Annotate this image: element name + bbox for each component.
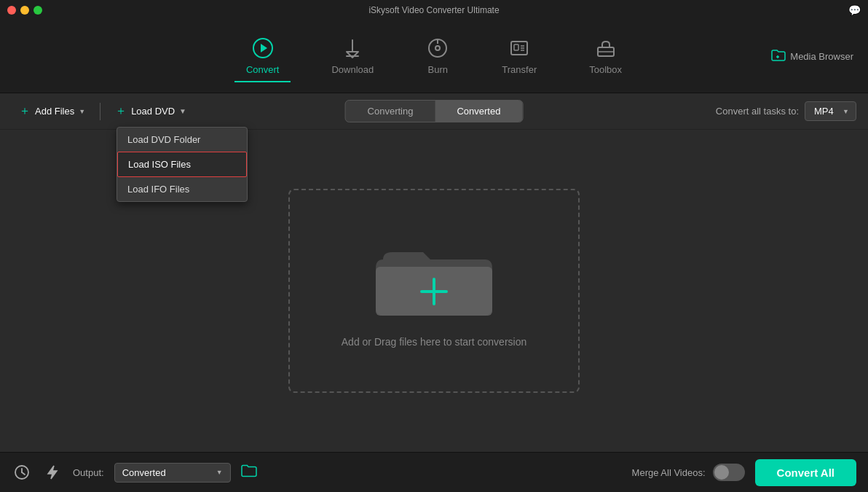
merge-label: Merge All Videos: xyxy=(632,467,706,478)
load-dvd-button[interactable]: ＋ Load DVD ▼ xyxy=(108,99,194,123)
close-button[interactable] xyxy=(7,6,16,15)
svg-marker-20 xyxy=(48,466,57,479)
tabs-container: Converting Converted xyxy=(345,100,524,122)
load-dvd-arrow-icon: ▼ xyxy=(179,107,186,115)
dropdown-item-load-dvd-folder[interactable]: Load DVD Folder xyxy=(117,128,247,152)
output-dropdown-arrow-icon: ▼ xyxy=(216,469,223,476)
drop-folder-graphic xyxy=(376,234,492,321)
dropdown-item-load-ifo-files[interactable]: Load IFO Files xyxy=(117,177,247,201)
nav-item-toolbox[interactable]: Toolbox xyxy=(577,31,634,82)
nav-label-burn: Burn xyxy=(428,64,448,75)
media-browser-button[interactable]: Media Browser xyxy=(771,50,853,63)
tab-converting[interactable]: Converting xyxy=(346,101,435,122)
nav-label-convert: Convert xyxy=(246,64,280,75)
nav-item-transfer[interactable]: Transfer xyxy=(490,31,548,82)
minimize-button[interactable] xyxy=(20,6,29,15)
svg-marker-1 xyxy=(261,44,267,52)
toolbox-icon xyxy=(594,36,618,60)
nav-item-download[interactable]: Download xyxy=(320,31,385,82)
format-dropdown-wrapper: MP4 xyxy=(805,101,856,121)
add-files-label: Add Files xyxy=(35,106,74,117)
nav-items: Convert Download Burn xyxy=(234,31,634,82)
history-icon[interactable] xyxy=(12,462,32,483)
load-dvd-label: Load DVD xyxy=(131,106,175,117)
format-select[interactable]: MP4 xyxy=(805,101,856,121)
titlebar-right: 💬 xyxy=(848,4,861,17)
tabs: Converting Converted xyxy=(345,100,524,122)
nav-item-convert[interactable]: Convert xyxy=(234,31,291,82)
drop-text: Add or Drag files here to start conversi… xyxy=(342,336,526,348)
load-dvd-plus-icon: ＋ xyxy=(115,104,127,119)
output-value: Converted xyxy=(122,467,212,478)
convert-all-tasks-label: Convert all tasks to: xyxy=(716,106,799,117)
traffic-lights xyxy=(7,6,42,15)
add-files-plus-icon: ＋ xyxy=(19,104,31,119)
nav-label-download: Download xyxy=(331,64,374,75)
nav-label-toolbox: Toolbox xyxy=(589,64,622,75)
convert-icon xyxy=(251,36,275,60)
media-browser-icon xyxy=(771,50,786,63)
convert-all-button[interactable]: Convert All xyxy=(755,459,856,486)
output-folder-button[interactable] xyxy=(241,464,257,481)
nav-item-burn[interactable]: Burn xyxy=(414,31,461,82)
svg-line-19 xyxy=(22,472,25,475)
merge-section: Merge All Videos: xyxy=(632,464,745,481)
drop-area[interactable]: Add or Drag files here to start conversi… xyxy=(288,189,580,393)
navbar: Convert Download Burn xyxy=(0,20,868,93)
output-label: Output: xyxy=(73,467,104,478)
burn-icon xyxy=(426,36,449,60)
transfer-icon xyxy=(508,36,531,60)
tab-converted[interactable]: Converted xyxy=(435,101,522,122)
load-dvd-dropdown: Load DVD Folder Load ISO Files Load IFO … xyxy=(117,127,248,202)
media-browser-label: Media Browser xyxy=(790,51,853,62)
add-files-button[interactable]: ＋ Add Files ▼ xyxy=(12,99,92,123)
add-files-arrow-icon: ▼ xyxy=(79,108,85,115)
app-title: iSkysoft Video Converter Ultimate xyxy=(368,5,499,15)
output-dropdown[interactable]: Converted ▼ xyxy=(114,463,231,483)
dropdown-item-load-iso-files[interactable]: Load ISO Files xyxy=(117,152,247,177)
convert-all-tasks: Convert all tasks to: MP4 xyxy=(716,101,856,121)
svg-point-3 xyxy=(435,46,440,50)
maximize-button[interactable] xyxy=(33,6,42,15)
titlebar: iSkysoft Video Converter Ultimate 💬 xyxy=(0,0,868,20)
bottom-bar: Output: Converted ▼ Merge All Videos: Co… xyxy=(0,452,868,492)
download-icon xyxy=(341,36,364,60)
nav-label-transfer: Transfer xyxy=(502,64,537,75)
speed-icon[interactable] xyxy=(42,462,63,483)
chat-icon[interactable]: 💬 xyxy=(848,4,861,16)
toolbar: ＋ Add Files ▼ ＋ Load DVD ▼ Load DVD Fold… xyxy=(0,93,868,130)
merge-toggle[interactable] xyxy=(713,464,745,481)
svg-rect-6 xyxy=(514,44,518,50)
